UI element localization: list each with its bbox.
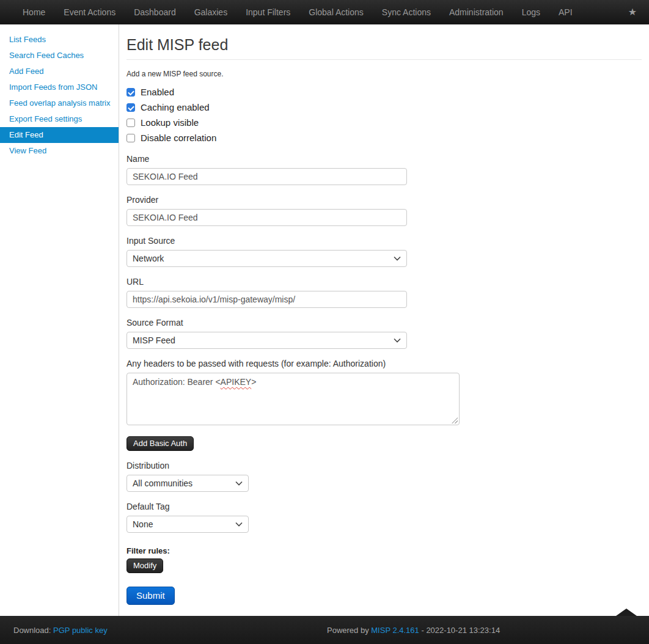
sidebar: List Feeds Search Feed Caches Add Feed I…	[0, 24, 119, 616]
sidebar-item-export-feed-settings[interactable]: Export Feed settings	[0, 111, 119, 127]
headers-textarea[interactable]: Authorization: Bearer <APIKEY>	[127, 373, 460, 425]
nav-item-sync-actions[interactable]: Sync Actions	[373, 0, 440, 24]
checkbox-row-caching-enabled: Caching enabled	[127, 100, 642, 115]
checkbox-row-disable-correlation: Disable correlation	[127, 130, 642, 145]
chevron-down-icon	[235, 522, 243, 527]
distribution-selected-value: All communities	[133, 478, 193, 488]
intro-text: Add a new MISP feed source.	[127, 70, 642, 78]
sidebar-item-edit-feed[interactable]: Edit Feed	[0, 127, 119, 143]
caching-enabled-checkbox-label: Caching enabled	[141, 102, 210, 112]
footer: Download: PGP public key Powered by MISP…	[0, 616, 649, 644]
headers-text-suffix: >	[251, 377, 256, 387]
submit-button[interactable]: Submit	[127, 587, 175, 605]
download-label: Download:	[13, 626, 51, 635]
distribution-label: Distribution	[127, 461, 642, 470]
name-input[interactable]	[127, 168, 407, 185]
filter-rules-label: Filter rules:	[127, 546, 642, 555]
sidebar-item-search-feed-caches[interactable]: Search Feed Caches	[0, 48, 119, 64]
distribution-select[interactable]: All communities	[127, 475, 249, 492]
modify-button[interactable]: Modify	[127, 558, 163, 573]
scroll-to-top-icon[interactable]	[616, 609, 637, 616]
lookup-visible-checkbox-label: Lookup visible	[141, 117, 199, 128]
enabled-checkbox-label: Enabled	[141, 87, 174, 97]
nav-item-dashboard[interactable]: Dashboard	[125, 0, 185, 24]
sidebar-item-add-feed[interactable]: Add Feed	[0, 64, 119, 79]
pgp-public-key-link[interactable]: PGP public key	[53, 626, 108, 635]
star-icon[interactable]: ★	[628, 0, 637, 24]
nav-item-home[interactable]: Home	[13, 0, 54, 24]
chevron-down-icon	[394, 338, 401, 343]
source-format-select[interactable]: MISP Feed	[127, 332, 407, 349]
url-input[interactable]	[127, 291, 407, 308]
input-source-selected-value: Network	[133, 254, 164, 263]
url-label: URL	[127, 277, 642, 287]
checkbox-row-lookup-visible: Lookup visible	[127, 115, 642, 130]
nav-item-input-filters[interactable]: Input Filters	[237, 0, 299, 24]
checkbox-row-enabled: Enabled	[127, 84, 642, 100]
resize-handle-icon[interactable]	[452, 417, 458, 423]
nav-item-global-actions[interactable]: Global Actions	[299, 0, 373, 24]
default-tag-label: Default Tag	[127, 502, 642, 511]
input-source-select[interactable]: Network	[127, 250, 407, 267]
top-navbar: Home Event Actions Dashboard Galaxies In…	[0, 0, 649, 24]
powered-by-label: Powered by	[327, 626, 369, 635]
default-tag-selected-value: None	[133, 519, 153, 529]
provider-input[interactable]	[127, 209, 407, 226]
name-label: Name	[127, 154, 642, 164]
nav-item-logs[interactable]: Logs	[513, 0, 549, 24]
lookup-visible-checkbox[interactable]	[127, 119, 135, 127]
headers-text-prefix: Authorization: Bearer <	[133, 377, 221, 387]
nav-item-api[interactable]: API	[549, 0, 582, 24]
add-basic-auth-button[interactable]: Add Basic Auth	[127, 436, 194, 451]
source-format-selected-value: MISP Feed	[133, 335, 175, 345]
default-tag-select[interactable]: None	[127, 516, 249, 533]
source-format-label: Source Format	[127, 318, 642, 327]
caching-enabled-checkbox[interactable]	[127, 103, 135, 112]
content-area: List Feeds Search Feed Caches Add Feed I…	[0, 24, 649, 616]
sidebar-item-feed-overlap-analysis-matrix[interactable]: Feed overlap analysis matrix	[0, 95, 119, 111]
footer-powered-by: Powered by MISP 2.4.161 - 2022-10-21 13:…	[327, 626, 500, 635]
misp-version-link[interactable]: MISP 2.4.161	[371, 626, 419, 635]
chevron-down-icon	[235, 481, 243, 486]
main-panel: Edit MISP feed Add a new MISP feed sourc…	[119, 24, 649, 616]
sidebar-item-import-feeds-from-json[interactable]: Import Feeds from JSON	[0, 79, 119, 95]
nav-item-event-actions[interactable]: Event Actions	[54, 0, 125, 24]
title-divider	[127, 59, 642, 60]
disable-correlation-checkbox[interactable]	[127, 134, 135, 142]
disable-correlation-checkbox-label: Disable correlation	[141, 133, 216, 143]
footer-download: Download: PGP public key	[0, 626, 108, 635]
enabled-checkbox[interactable]	[127, 88, 135, 97]
page-title: Edit MISP feed	[127, 35, 642, 54]
headers-label: Any headers to be passed with requests (…	[127, 359, 642, 368]
nav-item-administration[interactable]: Administration	[440, 0, 513, 24]
provider-label: Provider	[127, 195, 642, 205]
nav-item-galaxies[interactable]: Galaxies	[185, 0, 237, 24]
sidebar-item-view-feed[interactable]: View Feed	[0, 143, 119, 159]
input-source-label: Input Source	[127, 236, 642, 246]
sidebar-item-list-feeds[interactable]: List Feeds	[0, 32, 119, 48]
headers-text-apikey: APIKEY	[221, 377, 252, 387]
build-timestamp: - 2022-10-21 13:23:14	[421, 626, 500, 635]
chevron-down-icon	[394, 256, 401, 261]
